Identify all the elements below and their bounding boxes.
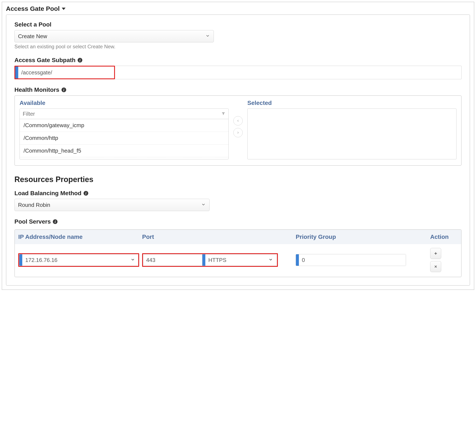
info-icon[interactable]: i [62, 88, 66, 92]
list-item[interactable]: /Common/http_head_f5 [20, 144, 228, 157]
list-item[interactable]: /Common/http [20, 132, 228, 144]
info-icon[interactable]: i [84, 191, 88, 196]
section-body: Select a Pool Create New Select an exist… [6, 14, 470, 286]
lbm-dropdown[interactable]: Round Robin [14, 199, 210, 211]
pool-servers-label: Pool Servers [14, 218, 51, 225]
caret-down-icon [62, 8, 66, 10]
protocol-dropdown[interactable]: HTTPS [205, 254, 277, 266]
chevron-down-icon[interactable] [130, 257, 135, 263]
health-monitors-label: Health Monitors [14, 86, 59, 93]
col-header-action: Action [430, 233, 458, 240]
section-title: Access Gate Pool [6, 5, 60, 12]
required-indicator [202, 254, 205, 266]
resources-properties-heading: Resources Properties [14, 175, 462, 184]
required-indicator [15, 66, 18, 78]
required-indicator [296, 254, 299, 266]
col-header-ip: IP Address/Node name [18, 233, 139, 240]
move-left-button[interactable] [233, 116, 243, 126]
priority-group-input[interactable] [299, 254, 406, 266]
available-listbox: /Common/gateway_icmp /Common/http /Commo… [20, 109, 229, 159]
pool-servers-table: IP Address/Node name Port Priority Group… [14, 229, 462, 277]
available-filter-input[interactable] [20, 109, 221, 119]
available-heading: Available [20, 100, 229, 106]
col-header-port: Port [142, 233, 278, 240]
add-row-button[interactable] [430, 248, 441, 259]
col-header-pg: Priority Group [296, 233, 406, 240]
subpath-label: Access Gate Subpath [14, 57, 75, 64]
port-input[interactable] [143, 254, 202, 266]
list-item[interactable]: /Common/gateway_icmp [20, 119, 228, 132]
info-icon[interactable]: i [53, 219, 57, 224]
list-item[interactable] [20, 157, 228, 159]
select-pool-help: Select an existing pool or select Create… [14, 44, 462, 50]
table-row: HTTPS [15, 244, 461, 277]
access-gate-pool-panel: Access Gate Pool Select a Pool Create Ne… [2, 2, 474, 290]
selected-heading: Selected [247, 100, 456, 106]
move-right-button[interactable] [233, 128, 243, 137]
lbm-label: Load Balancing Method [14, 190, 81, 197]
select-pool-label: Select a Pool [14, 21, 462, 28]
chevron-down-icon [268, 257, 273, 263]
required-indicator [19, 254, 22, 266]
selected-listbox[interactable] [247, 109, 456, 159]
health-monitors-box: Available /Common/gateway_icmp /Common/h… [14, 95, 462, 166]
select-pool-dropdown[interactable]: Create New [14, 30, 214, 42]
section-toggle[interactable]: Access Gate Pool [6, 4, 470, 14]
remove-row-button[interactable] [430, 261, 441, 272]
info-icon[interactable]: i [78, 58, 82, 62]
ip-input[interactable] [22, 254, 138, 266]
filter-icon[interactable] [221, 111, 226, 117]
available-items-scroll[interactable]: /Common/gateway_icmp /Common/http /Commo… [20, 119, 228, 159]
subpath-input[interactable] [18, 66, 114, 78]
